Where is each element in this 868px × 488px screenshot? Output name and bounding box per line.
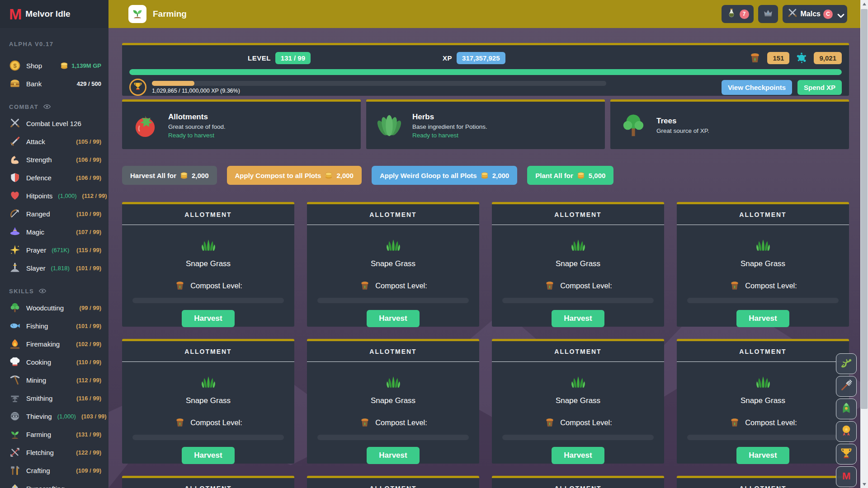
compost-icon (544, 280, 556, 291)
eye-icon[interactable] (38, 287, 47, 295)
apply-gloop-button[interactable]: Apply Weird Gloop to all Plots 2,000 (372, 166, 517, 185)
fish-icon (9, 320, 21, 332)
sidebar-item-shop[interactable]: $ Shop 1,139M GP (0, 56, 108, 75)
category-trees[interactable]: Trees Great source of XP. (610, 99, 849, 149)
strength-icon (9, 154, 21, 165)
scroll-down-arrow[interactable] (860, 480, 868, 488)
harvest-button[interactable]: Harvest (367, 310, 419, 327)
sidebar-item-crafting[interactable]: Crafting (109 / 99) (0, 461, 108, 479)
sidebar-item-attack[interactable]: Attack (105 / 99) (0, 132, 108, 150)
bulk-action-buttons: Harvest All for 2,000 Apply Compost to a… (122, 166, 849, 185)
sidebar-item-hitpoints[interactable]: Hitpoints (1,000) (112 / 99) (0, 187, 108, 205)
harvest-button[interactable]: Harvest (182, 310, 234, 327)
plot-type-header: ALLOTMENT (492, 341, 664, 362)
harvest-button[interactable]: Harvest (367, 447, 419, 464)
rail-rake-button[interactable] (836, 376, 857, 397)
sidebar-item-firemaking[interactable]: Firemaking (102 / 99) (0, 335, 108, 353)
crop-name: Snape Grass (186, 396, 231, 405)
snape-grass-icon (568, 234, 588, 254)
sidebar-item-prayer[interactable]: Prayer (671K) (115 / 99) (0, 241, 108, 259)
anvil-icon (9, 392, 21, 404)
sidebar-item-strength[interactable]: Strength (106 / 99) (0, 150, 108, 169)
sidebar-item-magic[interactable]: Magic (107 / 99) (0, 223, 108, 241)
scroll-up-arrow[interactable] (860, 0, 868, 8)
allotment-plot-card: ALLOTMENT Snape Grass Compost Level: Har… (677, 476, 849, 488)
svg-text:$: $ (13, 62, 17, 69)
snape-grass-icon (198, 371, 218, 391)
sidebar-item-farming[interactable]: Farming (131 / 99) (0, 425, 108, 443)
category-herbs[interactable]: Herbs Base ingredient for Potions. Ready… (366, 99, 605, 149)
compost-level-label: Compost Level: (745, 418, 797, 427)
user-badge: C (823, 9, 833, 19)
sidebar-item-ranged[interactable]: Ranged (110 / 99) (0, 205, 108, 223)
sidebar-item-smithing[interactable]: Smithing (116 / 99) (0, 389, 108, 407)
compost-level-label: Compost Level: (375, 418, 427, 427)
compost-icon (359, 417, 371, 428)
chevron-down-icon (835, 10, 843, 18)
sidebar-item-defence[interactable]: Defence (106 / 99) (0, 169, 108, 187)
eye-icon[interactable] (43, 103, 51, 111)
star-icon (9, 244, 21, 256)
sidebar-item-runecrafting[interactable]: Runecrafting (0, 479, 108, 488)
compost-level-bar (502, 298, 654, 303)
trophy-icon (840, 446, 853, 462)
rail-cape-button[interactable] (836, 399, 857, 419)
plant-all-button[interactable]: Plant All for 5,000 (527, 166, 613, 185)
view-checkpoints-button[interactable]: View Checkpoints (722, 80, 792, 95)
rail-melvor-button[interactable]: M (836, 466, 857, 487)
arrows-icon (9, 446, 21, 458)
sidebar-item-slayer[interactable]: Slayer (1,818) (101 / 99) (0, 259, 108, 277)
sidebar-item-woodcutting[interactable]: Woodcutting (99 / 99) (0, 299, 108, 317)
mlogo-icon: M (840, 469, 853, 484)
category-allotments[interactable]: Allotments Great source of food. Ready t… (122, 99, 361, 149)
crop-name: Snape Grass (741, 396, 785, 405)
plot-type-header: ALLOTMENT (122, 478, 294, 488)
compost-icon (748, 51, 762, 65)
sidebar-item-fishing[interactable]: Fishing (101 / 99) (0, 317, 108, 335)
plot-type-header: ALLOTMENT (677, 478, 849, 488)
harvest-button[interactable]: Harvest (736, 310, 789, 327)
compost-level-bar (687, 298, 839, 303)
pickaxe-icon (9, 374, 21, 386)
sidebar-item-combat-level[interactable]: Combat Level 126 (0, 114, 108, 132)
app-title: Melvor Idle (25, 9, 70, 19)
crop-name: Snape Grass (186, 259, 231, 268)
snape-grass-icon (568, 371, 588, 391)
potion-icon (726, 8, 737, 20)
rail-lizard-button[interactable] (836, 353, 857, 374)
coins-icon (60, 61, 69, 70)
apply-compost-button[interactable]: Apply Compost to all Plots 2,000 (227, 166, 362, 185)
rail-medal-button[interactable] (836, 421, 857, 442)
harvest-button[interactable]: Harvest (736, 447, 789, 464)
compost-level-label: Compost Level: (190, 418, 242, 427)
harvest-button[interactable]: Harvest (552, 310, 604, 327)
sidebar-item-bank[interactable]: Bank 429 / 500 (0, 75, 108, 93)
harvest-all-button[interactable]: Harvest All for 2,000 (122, 166, 217, 185)
allotment-plot-card: ALLOTMENT Snape Grass Compost Level: Har… (492, 202, 664, 327)
potion-count-badge: 7 (740, 9, 749, 19)
spend-xp-button[interactable]: Spend XP (797, 80, 842, 95)
snape-grass-icon (383, 234, 403, 254)
rail-trophy-button[interactable] (836, 444, 857, 465)
harvest-button[interactable]: Harvest (182, 447, 234, 464)
scrollbar-thumb[interactable] (861, 9, 868, 409)
compost-icon (729, 417, 741, 428)
compost-level-label: Compost Level: (560, 418, 612, 427)
harvest-button[interactable]: Harvest (552, 447, 604, 464)
sidebar-item-cooking[interactable]: Cooking (110 / 99) (0, 353, 108, 371)
sidebar: M Melvor Idle ALPHA V0.17 $ Shop 1,139M … (0, 0, 108, 488)
sidebar-item-fletching[interactable]: Fletching (122 / 99) (0, 443, 108, 461)
compost-level-label: Compost Level: (375, 282, 427, 290)
rune-icon (9, 483, 21, 488)
app-logo[interactable]: M Melvor Idle (0, 0, 108, 28)
user-menu-button[interactable]: Malcs C (783, 5, 847, 23)
allotment-plot-card: ALLOTMENT Snape Grass Compost Level: Har… (307, 202, 479, 327)
page-scrollbar[interactable] (860, 0, 868, 488)
crown-button[interactable] (758, 5, 778, 23)
sidebar-item-thieving[interactable]: Thieving (1,000) (103 / 99) (0, 407, 108, 425)
sidebar-item-mining[interactable]: Mining (112 / 99) (0, 371, 108, 389)
wizard-hat-icon (9, 226, 21, 238)
shield-icon (9, 172, 21, 183)
compost-level-bar (132, 298, 284, 303)
potions-button[interactable]: 7 (722, 5, 754, 23)
